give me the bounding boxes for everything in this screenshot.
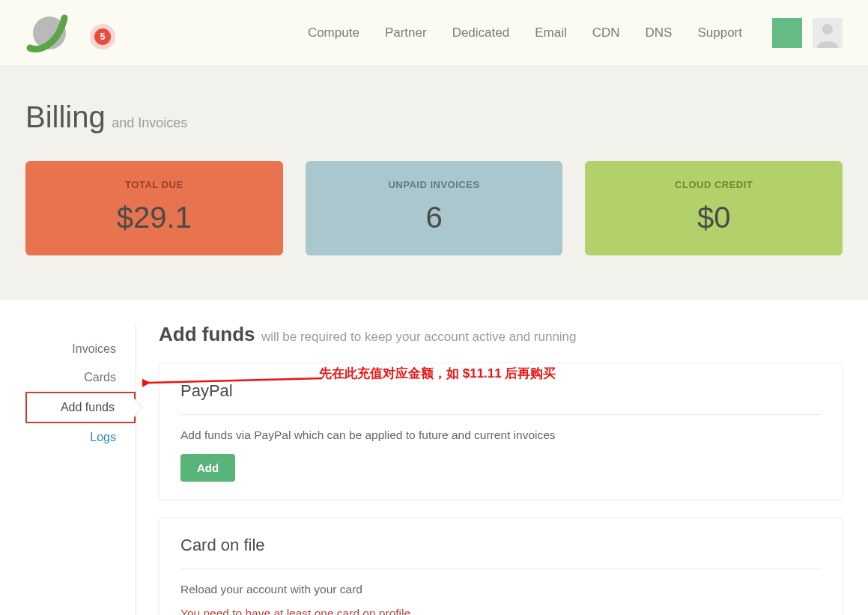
avatar[interactable]	[813, 18, 843, 48]
sidebar-item-invoices[interactable]: Invoices	[25, 335, 136, 363]
card-label: UNPAID INVOICES	[313, 179, 556, 190]
status-indicator[interactable]	[772, 18, 802, 48]
card-total-due[interactable]: TOTAL DUE $29.1	[25, 161, 283, 255]
main-content: Invoices Cards Add funds Logs Add funds …	[0, 300, 868, 615]
logo-swoosh-icon	[25, 13, 70, 58]
card-label: TOTAL DUE	[33, 179, 276, 190]
card-label: CLOUD CREDIT	[592, 179, 835, 190]
sidebar-item-logs[interactable]: Logs	[25, 423, 136, 452]
nav-email[interactable]: Email	[535, 25, 567, 40]
nav-dedicated[interactable]: Dedicated	[452, 25, 510, 40]
card-value: $29.1	[33, 201, 276, 234]
page-title-sub: and Invoices	[112, 115, 187, 130]
sidebar-item-cards[interactable]: Cards	[25, 363, 136, 392]
main-nav: Compute Partner Dedicated Email CDN DNS …	[308, 18, 843, 48]
add-button[interactable]: Add	[180, 454, 235, 482]
user-icon	[813, 18, 843, 48]
svg-point-1	[822, 24, 833, 34]
card-unpaid-invoices[interactable]: UNPAID INVOICES 6	[306, 161, 563, 255]
panel-heading: PayPal	[180, 381, 821, 415]
content-area: Add funds will be required to keep your …	[136, 323, 843, 615]
panel-description: Reload your account with your card	[180, 583, 821, 596]
nav-dns[interactable]: DNS	[646, 25, 673, 40]
panel-warning: You need to have at least one card on pr…	[180, 607, 821, 615]
logo[interactable]: 5	[25, 10, 76, 55]
notification-badge[interactable]: 5	[94, 28, 111, 45]
billing-hero: Billing and Invoices TOTAL DUE $29.1 UNP…	[0, 66, 868, 300]
page-title-main: Billing	[25, 100, 106, 133]
section-title-main: Add funds	[159, 323, 255, 345]
page-title: Billing and Invoices	[25, 100, 843, 134]
card-cloud-credit[interactable]: CLOUD CREDIT $0	[585, 161, 843, 255]
nav-partner[interactable]: Partner	[385, 25, 427, 40]
sidebar: Invoices Cards Add funds Logs	[25, 323, 136, 615]
card-value: 6	[313, 201, 556, 234]
panel-description: Add funds via PayPal which can be applie…	[180, 428, 821, 442]
sidebar-item-add-funds[interactable]: Add funds	[25, 392, 136, 423]
panel-paypal: PayPal Add funds via PayPal which can be…	[159, 363, 843, 500]
nav-compute[interactable]: Compute	[308, 25, 359, 40]
panel-heading: Card on file	[180, 536, 821, 569]
nav-support[interactable]: Support	[697, 25, 742, 40]
nav-cdn[interactable]: CDN	[592, 25, 620, 40]
section-title-sub: will be required to keep your account ac…	[261, 330, 577, 344]
card-value: $0	[592, 201, 835, 234]
panel-card-on-file: Card on file Reload your account with yo…	[159, 517, 843, 615]
section-title: Add funds will be required to keep your …	[159, 323, 843, 346]
header: 5 Compute Partner Dedicated Email CDN DN…	[0, 0, 868, 66]
